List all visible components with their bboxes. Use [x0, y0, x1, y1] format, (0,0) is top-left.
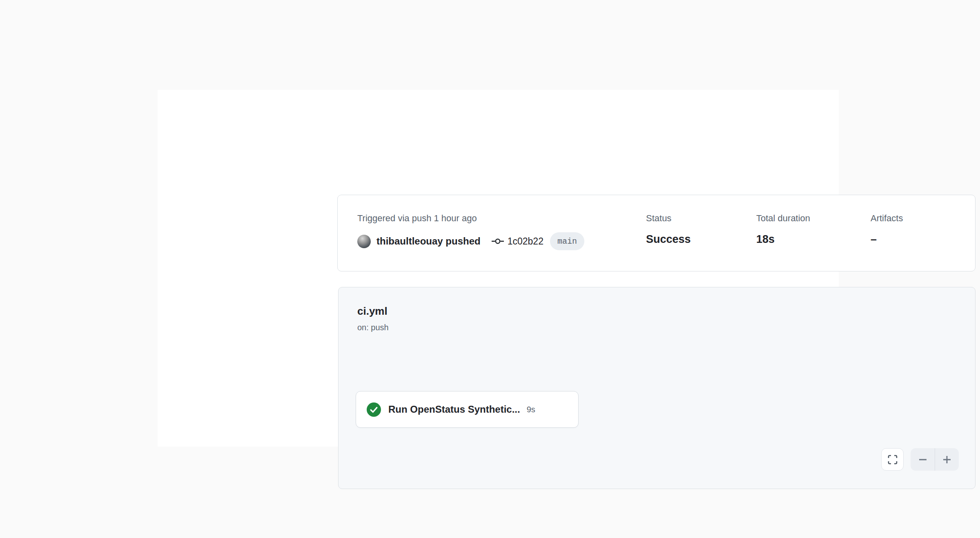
workflow-file-name: ci.yml	[357, 305, 389, 318]
commit-link[interactable]: 1c02b22	[491, 236, 543, 247]
stat-artifacts-label: Artifacts	[871, 213, 903, 224]
zoom-control-group	[911, 448, 959, 471]
zoom-out-button[interactable]	[911, 448, 935, 471]
stat-duration-label: Total duration	[756, 213, 810, 224]
user-avatar[interactable]	[357, 235, 371, 248]
minus-icon	[918, 454, 928, 465]
content-strip: Triggered via push 1 hour ago thibaultle…	[158, 90, 839, 447]
workflow-trigger: on: push	[357, 323, 389, 332]
fullscreen-button[interactable]	[881, 448, 904, 471]
fullscreen-icon	[888, 455, 898, 465]
stat-status-value: Success	[646, 233, 691, 246]
plus-icon	[942, 454, 952, 465]
graph-title-block: ci.yml on: push	[357, 305, 389, 332]
job-name: Run OpenStatus Synthetic...	[388, 404, 520, 415]
run-meta-block: Triggered via push 1 hour ago thibaultle…	[357, 213, 584, 251]
run-summary-card: Triggered via push 1 hour ago thibaultle…	[337, 195, 976, 271]
git-commit-icon	[491, 237, 504, 246]
stat-artifacts-value: –	[871, 233, 903, 246]
stat-artifacts: Artifacts –	[871, 213, 903, 246]
trigger-text: Triggered via push 1 hour ago	[357, 213, 584, 224]
job-duration: 9s	[527, 405, 535, 414]
commit-sha: 1c02b22	[508, 236, 543, 247]
branch-badge[interactable]: main	[550, 232, 584, 250]
actor-pushed-link[interactable]: thibaultleouay pushed	[376, 236, 481, 247]
stat-status-label: Status	[646, 213, 691, 224]
actor-line: thibaultleouay pushed 1c02b22 main	[357, 232, 584, 251]
graph-controls	[881, 448, 959, 471]
stat-total-duration: Total duration 18s	[756, 213, 810, 246]
workflow-graph-card: ci.yml on: push Run OpenStatus Synthetic…	[338, 287, 976, 489]
stat-duration-value: 18s	[756, 233, 810, 246]
zoom-in-button[interactable]	[935, 448, 959, 471]
job-node[interactable]: Run OpenStatus Synthetic... 9s	[356, 391, 579, 428]
check-circle-icon	[367, 402, 381, 417]
stat-status: Status Success	[646, 213, 691, 246]
